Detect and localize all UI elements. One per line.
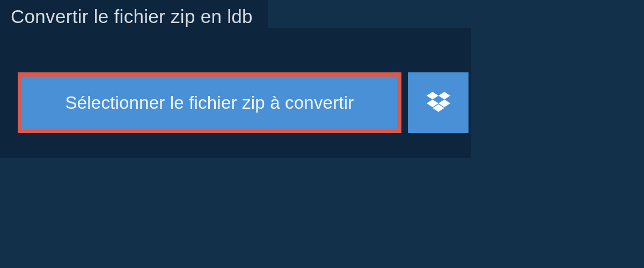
button-row: Sélectionner le fichier zip à convertir — [18, 72, 469, 133]
select-file-button[interactable]: Sélectionner le fichier zip à convertir — [18, 72, 401, 133]
select-file-label: Sélectionner le fichier zip à convertir — [65, 93, 354, 113]
dropbox-icon — [427, 90, 450, 116]
dropbox-button[interactable] — [408, 72, 469, 133]
